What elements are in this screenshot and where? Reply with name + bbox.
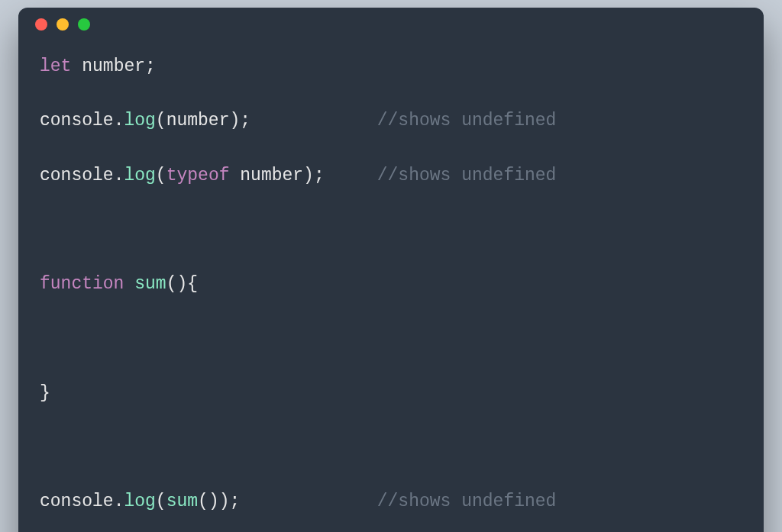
code-line: function sum(){: [40, 271, 742, 298]
code-line: console.log(sum()); //shows undefined: [40, 488, 742, 516]
code-comment: //shows undefined: [377, 492, 557, 511]
code-token: ());: [198, 492, 240, 511]
code-token: (: [156, 492, 166, 511]
code-token: number;: [82, 56, 156, 76]
code-token: log: [124, 166, 155, 185]
code-token: let: [40, 56, 82, 76]
code-token: sum: [166, 492, 198, 511]
code-token: sum: [134, 274, 166, 294]
code-token: console: [40, 492, 114, 511]
code-token: console: [40, 111, 114, 131]
code-line: [40, 217, 742, 244]
close-icon[interactable]: [35, 18, 47, 31]
code-token: (number);: [156, 111, 250, 131]
code-line: }: [40, 380, 742, 408]
code-comment: //shows undefined: [377, 111, 557, 131]
code-comment: //shows undefined: [377, 166, 557, 185]
code-token: }: [40, 383, 50, 403]
code-token: typeof: [166, 166, 230, 185]
code-token: (: [156, 166, 166, 185]
code-token: console: [40, 166, 114, 185]
code-line: [40, 434, 742, 462]
minimize-icon[interactable]: [57, 18, 69, 31]
code-content: let number; console.log(number); //shows…: [18, 41, 764, 532]
zoom-icon[interactable]: [78, 18, 90, 31]
code-token: .: [114, 492, 124, 511]
code-token: (){: [166, 274, 198, 294]
padding: [250, 111, 377, 131]
code-line: let number;: [40, 53, 742, 81]
padding: [240, 492, 376, 511]
code-window: let number; console.log(number); //shows…: [18, 8, 764, 532]
code-token: log: [124, 111, 155, 131]
code-token: .: [114, 166, 124, 185]
code-token: .: [114, 111, 124, 131]
code-token: [40, 437, 50, 457]
code-token: log: [124, 492, 155, 511]
code-token: number);: [230, 166, 325, 185]
padding: [325, 166, 377, 185]
code-token: [40, 328, 50, 348]
code-line: console.log(number); //shows undefined: [40, 108, 742, 135]
window-titlebar: [18, 8, 764, 41]
code-line: console.log(typeof number); //shows unde…: [40, 163, 742, 190]
code-token: function: [40, 274, 134, 294]
code-token: [40, 220, 50, 240]
code-line: [40, 325, 742, 353]
